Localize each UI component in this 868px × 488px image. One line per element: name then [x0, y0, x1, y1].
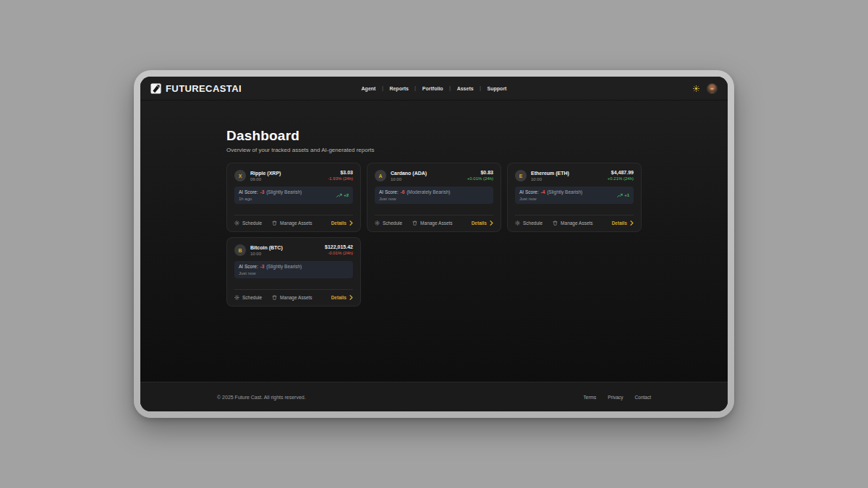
asset-card-ethereum: E Ethereum (ETH) 10:00 $4,487.99 +0.21% … — [507, 163, 642, 232]
user-avatar[interactable] — [707, 83, 718, 94]
ai-score-label: AI Score: — [519, 189, 539, 194]
asset-price: $122,015.42 — [325, 244, 353, 249]
asset-name: Bitcoin (BTC) — [250, 245, 283, 250]
schedule-button[interactable]: Schedule — [515, 221, 542, 226]
trending-up-icon — [617, 193, 623, 198]
asset-time: 09:00 — [250, 177, 281, 181]
ai-score-updated: 1h ago — [239, 197, 302, 201]
nav-item-portfolio[interactable]: Portfolio — [415, 86, 450, 91]
ai-score-updated: Just now — [239, 271, 302, 275]
ai-score-label: AI Score: — [239, 189, 258, 194]
asset-card-cardano: A Cardano (ADA) 10:00 $0.83 +0.01% (24h) — [367, 163, 501, 232]
trend-delta: +2 — [344, 193, 349, 197]
footer-link-contact[interactable]: Contact — [635, 395, 651, 400]
page-title: Dashboard — [226, 128, 642, 144]
asset-price: $3.03 — [328, 170, 353, 175]
ai-score-panel: AI Score: -6 (Moderately Bearish) Just n… — [375, 187, 493, 204]
asset-price: $0.83 — [467, 170, 493, 175]
brand-logo-text: FUTURECASTAI — [166, 83, 242, 94]
app-root: FUTURECASTAI Agent Reports Portfolio Ass… — [140, 77, 728, 411]
avatar-person-icon — [707, 85, 717, 94]
trash-icon — [553, 221, 558, 226]
schedule-button[interactable]: Schedule — [234, 295, 262, 300]
browser-window: FUTURECASTAI Agent Reports Portfolio Ass… — [134, 70, 734, 418]
ai-score-value: -3 — [260, 264, 265, 269]
asset-name: Cardano (ADA) — [391, 171, 427, 176]
asset-time: 10:00 — [250, 252, 283, 256]
trend-badge: +2 — [336, 193, 349, 198]
ai-score-value: -6 — [401, 189, 405, 194]
ai-score-value: -3 — [260, 189, 265, 194]
ai-score-label: AI Score: — [239, 264, 258, 269]
asset-letter-badge: B — [234, 244, 246, 256]
asset-card-grid: X Ripple (XRP) 09:00 $3.03 -1.93% (24h) — [226, 163, 642, 307]
gear-icon — [234, 295, 239, 300]
ai-score-sentiment: (Moderately Bearish) — [407, 189, 450, 194]
asset-price: $4,487.99 — [608, 170, 634, 175]
asset-card-bitcoin: B Bitcoin (BTC) 10:00 $122,015.42 -0.01%… — [226, 237, 361, 307]
details-button[interactable]: Details — [472, 221, 493, 226]
manage-assets-button[interactable]: Manage Assets — [553, 221, 592, 226]
asset-name: Ripple (XRP) — [250, 171, 281, 176]
app-header: FUTURECASTAI Agent Reports Portfolio Ass… — [140, 77, 728, 100]
manage-assets-button[interactable]: Manage Assets — [272, 221, 312, 226]
details-button[interactable]: Details — [331, 221, 353, 226]
card-actions: Schedule Manage Assets — [234, 289, 353, 300]
trash-icon — [272, 295, 277, 300]
trend-badge: +1 — [617, 193, 629, 198]
ai-score-sentiment: (Slightly Bearish) — [547, 189, 582, 194]
chevron-right-icon — [349, 295, 353, 300]
page-subtitle: Overview of your tracked assets and AI-g… — [226, 147, 642, 153]
details-button[interactable]: Details — [612, 221, 634, 226]
ai-score-panel: AI Score: -3 (Slightly Bearish) 1h ago — [234, 187, 353, 204]
chevron-right-icon — [490, 221, 493, 226]
sun-icon — [693, 85, 699, 92]
trash-icon — [412, 221, 417, 226]
asset-change: +0.21% (24h) — [608, 176, 634, 181]
manage-assets-button[interactable]: Manage Assets — [412, 221, 452, 226]
ai-score-sentiment: (Slightly Bearish) — [266, 189, 302, 194]
asset-change: -1.93% (24h) — [328, 176, 353, 181]
ai-score-panel: AI Score: -3 (Slightly Bearish) Just now — [234, 261, 353, 278]
asset-card-ripple: X Ripple (XRP) 09:00 $3.03 -1.93% (24h) — [226, 163, 361, 232]
theme-toggle-button[interactable] — [693, 85, 699, 92]
chevron-right-icon — [630, 221, 634, 226]
gear-icon — [234, 221, 239, 226]
brand-logo-icon — [150, 83, 161, 94]
asset-letter-badge: E — [515, 170, 527, 181]
asset-letter-badge: A — [375, 170, 386, 181]
app-footer: © 2025 Future Cast. All rights reserved.… — [140, 382, 728, 411]
brand-logo[interactable]: FUTURECASTAI — [150, 83, 242, 94]
asset-time: 10:00 — [531, 177, 569, 181]
footer-link-terms[interactable]: Terms — [584, 395, 597, 400]
main-content: Dashboard Overview of your tracked asset… — [140, 100, 728, 382]
nav-item-support[interactable]: Support — [480, 86, 514, 91]
asset-letter-badge: X — [234, 170, 246, 181]
asset-change: -0.01% (24h) — [325, 251, 353, 255]
nav-item-assets[interactable]: Assets — [450, 86, 480, 91]
trending-up-icon — [336, 193, 342, 198]
ai-score-panel: AI Score: -4 (Slightly Bearish) Just now — [515, 187, 634, 204]
footer-link-privacy[interactable]: Privacy — [608, 395, 623, 400]
nav-item-reports[interactable]: Reports — [382, 86, 414, 91]
card-actions: Schedule Manage Assets — [515, 215, 634, 226]
trash-icon — [272, 221, 277, 226]
asset-time: 10:00 — [391, 177, 427, 181]
manage-assets-button[interactable]: Manage Assets — [272, 295, 312, 300]
header-right — [693, 83, 718, 94]
details-button[interactable]: Details — [331, 295, 353, 300]
trend-delta: +1 — [624, 193, 629, 197]
gear-icon — [515, 221, 520, 226]
ai-score-sentiment: (Slightly Bearish) — [266, 264, 302, 269]
schedule-button[interactable]: Schedule — [375, 221, 402, 226]
gear-icon — [375, 221, 380, 226]
nav-item-agent[interactable]: Agent — [355, 86, 383, 91]
asset-name: Ethereum (ETH) — [531, 171, 569, 176]
ai-score-updated: Just now — [519, 197, 582, 201]
ai-score-updated: Just now — [379, 197, 450, 201]
main-nav: Agent Reports Portfolio Assets Support — [355, 86, 514, 91]
schedule-button[interactable]: Schedule — [234, 221, 262, 226]
footer-links: Terms Privacy Contact — [584, 395, 651, 400]
copyright-text: © 2025 Future Cast. All rights reserved. — [217, 395, 306, 400]
ai-score-value: -4 — [541, 189, 545, 194]
